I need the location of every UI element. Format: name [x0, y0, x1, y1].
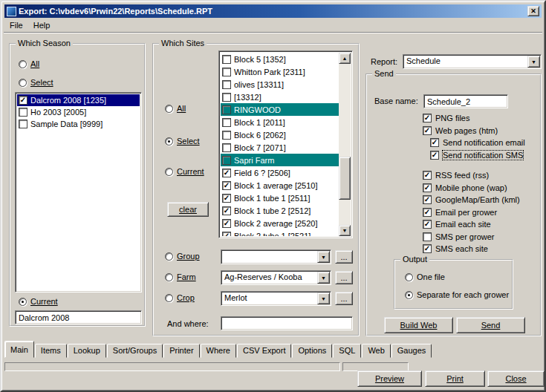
- base-name-input[interactable]: [423, 94, 508, 108]
- site-item[interactable]: ✓ Block 1 average [2510]: [221, 179, 339, 192]
- site-item[interactable]: ✓ Block 1 tube 1 [2511]: [221, 192, 339, 204]
- site-item[interactable]: ✓ Block 2 tube 1 [2521]: [221, 229, 339, 236]
- site-checkbox[interactable]: ✓: [222, 194, 231, 203]
- season-item[interactable]: Ho 2003 [2005]: [17, 106, 140, 118]
- season-all-radio[interactable]: All: [19, 59, 39, 68]
- site-item[interactable]: [13312]: [221, 91, 339, 103]
- separate-radio[interactable]: Separate for each grower: [405, 290, 509, 299]
- dropdown-arrow-icon[interactable]: ▼: [317, 251, 330, 263]
- send-option-checkbox[interactable]: ✓: [430, 138, 439, 147]
- site-checkbox[interactable]: ✓: [222, 232, 231, 237]
- site-item[interactable]: Block 1 [2011]: [221, 116, 339, 128]
- dropdown-arrow-icon[interactable]: ▼: [317, 293, 330, 304]
- dropdown-arrow-icon[interactable]: ▼: [527, 56, 540, 68]
- send-option[interactable]: SMS per grower: [423, 231, 525, 244]
- group-radio[interactable]: Group: [165, 252, 200, 261]
- site-checkbox[interactable]: ✓: [222, 181, 231, 190]
- menu-help[interactable]: Help: [28, 19, 56, 31]
- site-checkbox[interactable]: [222, 131, 231, 140]
- site-checkbox[interactable]: ✓: [222, 219, 231, 228]
- send-option-checkbox[interactable]: ✓: [423, 244, 432, 253]
- close-dialog-button[interactable]: Close: [487, 370, 545, 387]
- scroll-up-icon[interactable]: ▲: [339, 53, 351, 64]
- farm-radio[interactable]: Farm: [165, 272, 196, 281]
- site-checkbox[interactable]: [222, 55, 231, 64]
- send-option[interactable]: ✓ Send notification email: [430, 137, 525, 149]
- send-option[interactable]: ✓ GoogleMap/Earth (kml): [423, 194, 525, 206]
- season-item-checkbox[interactable]: [19, 108, 27, 117]
- tab[interactable]: CSV Export: [237, 344, 291, 358]
- season-item-checkbox[interactable]: [19, 120, 27, 128]
- season-current-radio[interactable]: Current: [19, 297, 58, 306]
- site-item[interactable]: Sapri Farm: [221, 154, 339, 166]
- season-item-checkbox[interactable]: ✓: [19, 96, 27, 105]
- site-checkbox[interactable]: [222, 156, 231, 165]
- tab[interactable]: Where: [201, 344, 236, 358]
- farm-browse-button[interactable]: ...: [335, 271, 353, 284]
- crop-combo[interactable]: Merlot ▼: [221, 291, 331, 306]
- send-option-checkbox[interactable]: ✓: [423, 114, 432, 122]
- site-checkbox[interactable]: [222, 68, 231, 76]
- site-item[interactable]: olives [13311]: [221, 78, 339, 91]
- site-checkbox[interactable]: [222, 143, 231, 152]
- site-item[interactable]: Block 7 [2071]: [221, 141, 339, 154]
- site-item[interactable]: ✓ Block 1 tube 2 [2512]: [221, 204, 339, 217]
- send-option[interactable]: ✓ PNG files: [423, 112, 525, 125]
- send-option[interactable]: ✓ Email per grower: [423, 206, 525, 219]
- tab[interactable]: Options: [292, 344, 332, 358]
- send-option-checkbox[interactable]: ✓: [430, 151, 439, 160]
- send-option-checkbox[interactable]: ✓: [423, 195, 432, 204]
- build-web-button[interactable]: Build Web: [384, 317, 453, 333]
- send-option-checkbox[interactable]: [423, 232, 432, 241]
- site-checkbox[interactable]: ✓: [222, 169, 231, 177]
- tab[interactable]: SQL: [333, 344, 361, 358]
- crop-browse-button[interactable]: ...: [335, 292, 353, 305]
- tab[interactable]: Main: [4, 341, 34, 358]
- sites-all-radio[interactable]: All: [165, 104, 186, 113]
- send-option[interactable]: ✓ SMS each site: [423, 243, 525, 255]
- send-option[interactable]: ✓ Mobile phone (wap): [423, 182, 525, 195]
- sites-listbox[interactable]: Block 5 [1352] Whitton Park [2311] olive…: [218, 50, 353, 238]
- site-item[interactable]: Block 6 [2062]: [221, 128, 339, 141]
- season-item[interactable]: ✓ Dalcrom 2008 [1235]: [17, 94, 140, 106]
- sites-select-radio[interactable]: Select: [165, 137, 200, 146]
- print-button[interactable]: Print: [425, 370, 485, 387]
- scroll-thumb[interactable]: [339, 157, 351, 200]
- season-listbox[interactable]: ✓ Dalcrom 2008 [1235] Ho 2003 [2005] Sam…: [15, 92, 142, 293]
- site-checkbox[interactable]: [222, 105, 231, 114]
- site-checkbox[interactable]: [222, 80, 231, 89]
- tab[interactable]: Sort/Groups: [107, 344, 163, 358]
- group-browse-button[interactable]: ...: [335, 250, 353, 264]
- sites-scrollbar[interactable]: ▲ ▼: [339, 53, 351, 236]
- send-option-checkbox[interactable]: ✓: [423, 208, 432, 217]
- tab[interactable]: Printer: [163, 344, 199, 358]
- dropdown-arrow-icon[interactable]: ▼: [317, 272, 330, 284]
- site-checkbox[interactable]: ✓: [222, 206, 231, 215]
- sites-current-radio[interactable]: Current: [165, 167, 204, 176]
- send-option[interactable]: ✓ Email each site: [423, 218, 525, 231]
- season-item[interactable]: Sample Data [9999]: [17, 118, 140, 130]
- tab[interactable]: Items: [35, 344, 67, 358]
- send-option[interactable]: ✓ RSS feed (rss): [423, 169, 525, 182]
- tab[interactable]: Web: [362, 344, 390, 358]
- send-button[interactable]: Send: [456, 317, 525, 333]
- menu-file[interactable]: File: [4, 19, 28, 31]
- site-item[interactable]: RINGWOOD: [221, 103, 339, 116]
- preview-button[interactable]: Preview: [357, 370, 422, 387]
- site-item[interactable]: Whitton Park [2311]: [221, 65, 339, 78]
- season-current-input[interactable]: [15, 310, 142, 324]
- site-checkbox[interactable]: [222, 93, 231, 102]
- send-option[interactable]: ✓ Web pages (htm): [423, 125, 525, 137]
- report-combo[interactable]: Schedule ▼: [403, 54, 542, 69]
- send-option-checkbox[interactable]: ✓: [423, 126, 432, 135]
- site-checkbox[interactable]: [222, 118, 231, 127]
- group-combo[interactable]: ▼: [221, 249, 331, 264]
- site-item[interactable]: Block 5 [1352]: [221, 53, 339, 65]
- send-option-checkbox[interactable]: ✓: [423, 183, 432, 192]
- clear-button[interactable]: clear: [167, 202, 209, 217]
- scroll-down-icon[interactable]: ▼: [339, 225, 351, 236]
- one-file-radio[interactable]: One file: [405, 272, 445, 281]
- farm-combo[interactable]: Ag-Reserves / Kooba ▼: [221, 270, 331, 285]
- season-select-radio[interactable]: Select: [19, 78, 53, 87]
- and-where-input[interactable]: [221, 316, 353, 330]
